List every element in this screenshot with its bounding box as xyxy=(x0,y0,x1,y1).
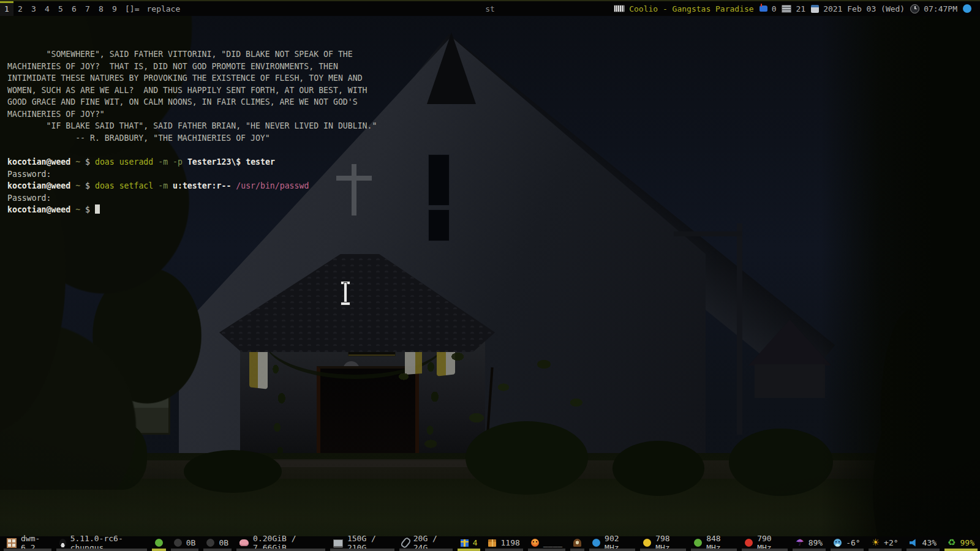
module-recycle[interactable]: ♻99% xyxy=(942,536,980,551)
module-text: -6° xyxy=(846,538,860,547)
mailbox-icon xyxy=(760,6,767,12)
status-text: 0 xyxy=(772,4,777,13)
module-package[interactable]: 1198 xyxy=(483,536,525,551)
paperclip-icon xyxy=(400,536,412,549)
terminal-line: kocotian@weed ~ $ doas setfacl -m u:test… xyxy=(7,180,377,192)
tag-6[interactable]: 6 xyxy=(67,1,81,16)
module-text: 20G / 24G xyxy=(413,534,450,551)
desktop: "SOMEWHERE", SAID FATHER VITTORINI, "DID… xyxy=(0,0,980,551)
terminal-line: -- R. BRADBURY, "THE MACHINERIES OF JOY" xyxy=(7,132,377,144)
keyboard-mode-indicator: replace xyxy=(146,4,180,13)
ibeam-bottom-serif xyxy=(341,302,350,305)
module-text: 0.20GiB / 7.66GiB xyxy=(253,534,322,551)
tag-2[interactable]: 2 xyxy=(13,1,27,16)
status-area: Coolio - Gangstas Paradise0212021 Feb 03… xyxy=(614,4,971,13)
module-text: +2° xyxy=(884,538,898,547)
module-text: 848 MHz xyxy=(706,534,734,551)
penguin-icon xyxy=(59,539,66,547)
terminal-line: kocotian@weed ~ $ doas useradd -m -p Tes… xyxy=(7,156,377,168)
terminal-line xyxy=(7,144,377,156)
terminal-line: MACHINERIES OF JOY?" xyxy=(7,108,377,121)
sun-icon: ☀ xyxy=(872,539,880,547)
dark-dot-icon xyxy=(174,539,182,547)
module-sun[interactable]: ☀+2° xyxy=(866,536,904,551)
tag-8[interactable]: 8 xyxy=(94,1,108,16)
tag-1[interactable]: 1 xyxy=(0,1,13,16)
umbrella-icon: ☂ xyxy=(796,539,804,547)
status-clock[interactable]: 07:47PM xyxy=(910,4,957,13)
module-green-dot[interactable]: 848 MHz xyxy=(688,536,739,551)
terminal-line: "SOMEWHERE", SAID FATHER VITTORINI, "DID… xyxy=(7,48,377,61)
status-mailbox[interactable]: 0 xyxy=(760,4,777,13)
status-calendar[interactable]: 2021 Feb 03 (Wed) xyxy=(811,4,905,13)
tag-4[interactable]: 4 xyxy=(40,1,54,16)
tray-dot-icon xyxy=(963,4,971,13)
status-tray-dot[interactable] xyxy=(963,4,971,13)
terminal-window[interactable]: "SOMEWHERE", SAID FATHER VITTORINI, "DID… xyxy=(7,24,377,240)
terminal-cursor xyxy=(95,204,100,214)
terminal-line: Password: xyxy=(7,192,377,204)
terminal-line: Password: xyxy=(7,168,377,181)
module-green-dot[interactable] xyxy=(149,536,168,551)
monitor-icon xyxy=(333,539,343,547)
module-yellow-dot[interactable]: 798 MHz xyxy=(638,536,688,551)
tag-7[interactable]: 7 xyxy=(81,1,94,16)
module-mantel-clock[interactable] xyxy=(568,536,587,551)
terminal-line: MACHINERIES OF JOY? THAT IS, DID NOT GOD… xyxy=(7,61,377,73)
package-icon xyxy=(488,539,496,547)
status-text: 07:47PM xyxy=(924,4,957,13)
terminal-output: "SOMEWHERE", SAID FATHER VITTORINI, "DID… xyxy=(7,48,377,216)
mantel-clock-icon xyxy=(573,539,581,547)
red-dot-icon xyxy=(745,539,753,547)
dwm-bottom-bar: dwm-6.25.11.0-rc6-chungus0B0B0.20GiB / 7… xyxy=(0,536,980,551)
module-umbrella[interactable]: ☂89% xyxy=(790,536,828,551)
module-text: 790 MHz xyxy=(757,534,785,551)
module-text: 99% xyxy=(960,538,974,547)
module-speaker[interactable]: 43% xyxy=(904,536,942,551)
module-text: dwm-6.2 xyxy=(21,534,48,551)
module-red-dot[interactable]: 790 MHz xyxy=(739,536,790,551)
ibeam-stem xyxy=(344,283,347,304)
module-dark-dot[interactable]: 0B xyxy=(201,536,234,551)
module-text: 0B xyxy=(219,538,228,547)
module-paperclip[interactable]: 20G / 24G xyxy=(397,536,455,551)
newspaper-icon xyxy=(782,5,791,13)
module-cold-face[interactable]: -6° xyxy=(828,536,865,551)
dark-dot-icon xyxy=(206,539,214,547)
module-dark-dot[interactable]: 0B xyxy=(168,536,202,551)
tag-5[interactable]: 5 xyxy=(54,1,67,16)
status-text: 21 xyxy=(796,4,805,13)
terminal-line: INTIMIDATE THESE NATURES BY PROVOKING TH… xyxy=(7,72,377,84)
layout-indicator[interactable]: []= xyxy=(125,4,139,13)
status-newspaper[interactable]: 21 xyxy=(782,4,805,13)
module-text: 0B xyxy=(186,538,196,547)
module-blue-dot[interactable]: 902 MHz xyxy=(587,536,638,551)
tag-9[interactable]: 9 xyxy=(108,1,121,16)
recycle-icon: ♻ xyxy=(948,539,956,547)
terminal-line: "IF BLAKE SAID THAT", SAID FATHER BRIAN,… xyxy=(7,120,377,132)
terminal-line: WOMEN, SUCH AS ARE WE ALL? AND THUS HAPP… xyxy=(7,84,377,97)
green-dot-icon xyxy=(155,539,163,547)
blue-dot-icon xyxy=(592,539,600,547)
module-text: 5.11.0-rc6-chungus xyxy=(70,534,144,551)
brain-icon xyxy=(239,539,249,546)
module-text: 150G / 210G xyxy=(347,534,391,551)
module-penguin[interactable]: 5.11.0-rc6-chungus xyxy=(54,536,149,551)
module-text: 4 xyxy=(473,538,478,547)
module-gift[interactable]: 4 xyxy=(455,536,483,551)
status-text: 2021 Feb 03 (Wed) xyxy=(823,4,905,13)
green-dot-icon xyxy=(694,539,702,547)
module-hot-face[interactable]: ____ xyxy=(526,536,568,551)
speaker-icon xyxy=(910,539,918,547)
tag-3[interactable]: 3 xyxy=(27,1,40,16)
yellow-dot-icon xyxy=(643,539,651,547)
module-window[interactable]: dwm-6.2 xyxy=(1,536,54,551)
module-monitor[interactable]: 150G / 210G xyxy=(328,536,397,551)
gift-icon xyxy=(461,539,469,547)
module-text: 902 MHz xyxy=(605,534,632,551)
clock-icon xyxy=(910,4,919,13)
module-text: ____ xyxy=(543,538,562,547)
module-brain[interactable]: 0.20GiB / 7.66GiB xyxy=(234,536,328,551)
status-piano[interactable]: Coolio - Gangstas Paradise xyxy=(614,4,754,13)
module-text: 89% xyxy=(809,538,823,547)
